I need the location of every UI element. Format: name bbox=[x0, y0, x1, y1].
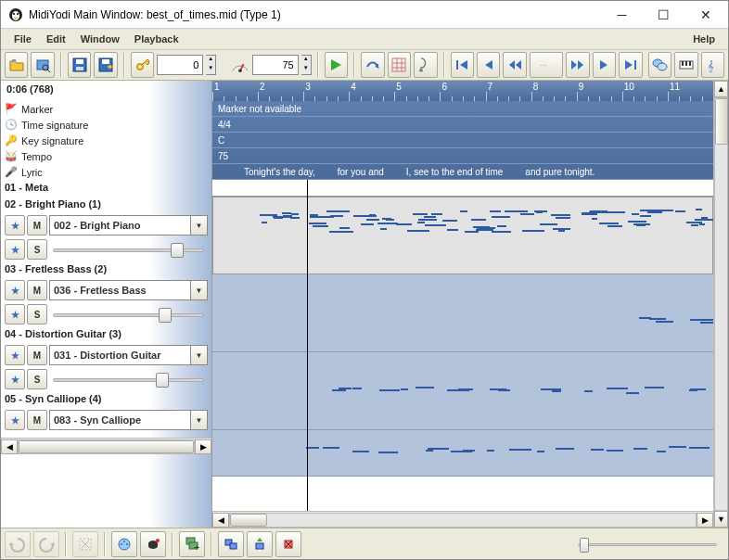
go-end-button[interactable] bbox=[619, 52, 642, 78]
track-header[interactable]: 05 - Syn Calliope (4) bbox=[1, 391, 211, 408]
favorite-button[interactable]: ★ bbox=[5, 215, 25, 235]
duplicate-track-button[interactable] bbox=[218, 531, 244, 557]
close-button[interactable]: ✕ bbox=[684, 1, 726, 28]
redo-button[interactable] bbox=[33, 531, 59, 557]
menu-playback[interactable]: Playback bbox=[127, 31, 186, 47]
timeline-pane: 1234567891011 Marker not available 4/4 C… bbox=[212, 81, 713, 528]
track-list-scrollbar[interactable]: ◀▶ bbox=[1, 438, 211, 454]
timesig-value: 4/4 bbox=[212, 117, 713, 133]
svg-point-35 bbox=[121, 543, 122, 545]
menu-window[interactable]: Window bbox=[73, 31, 127, 47]
svg-rect-44 bbox=[230, 543, 237, 549]
svg-text:+: + bbox=[194, 541, 199, 553]
chevron-down-icon[interactable]: ▼ bbox=[190, 281, 207, 299]
instrument-combo[interactable]: 031 - Distortion Guitar▼ bbox=[49, 345, 208, 365]
chat-button[interactable] bbox=[648, 52, 671, 78]
volume-slider[interactable] bbox=[53, 240, 204, 259]
instrument-combo[interactable]: 083 - Syn Calliope▼ bbox=[49, 410, 208, 430]
go-start-button[interactable] bbox=[451, 52, 474, 78]
toolbar: ▲▼ ▲▼ ⋯ 𝄞 bbox=[1, 50, 728, 81]
delete-button[interactable] bbox=[72, 531, 98, 557]
menu-file[interactable]: File bbox=[6, 31, 39, 47]
mute-button[interactable]: M bbox=[27, 410, 47, 430]
tempo-value: 75 bbox=[212, 148, 713, 164]
favorite-button[interactable]: ★ bbox=[5, 410, 25, 430]
tracks-canvas[interactable] bbox=[212, 180, 713, 511]
timesig-label: Time signature bbox=[21, 120, 88, 131]
transpose-spinner[interactable]: ▲▼ bbox=[206, 55, 216, 75]
solo-button[interactable]: S bbox=[27, 369, 47, 389]
app-icon bbox=[8, 7, 23, 22]
svg-point-39 bbox=[156, 539, 160, 542]
move-track-up-button[interactable] bbox=[247, 531, 273, 557]
mute-button[interactable]: M bbox=[27, 215, 47, 235]
record-button[interactable] bbox=[140, 531, 166, 557]
chevron-down-icon[interactable]: ▼ bbox=[190, 411, 207, 429]
instrument-combo[interactable]: 036 - Fretless Bass▼ bbox=[49, 280, 208, 300]
menu-help[interactable]: Help bbox=[685, 31, 723, 47]
solo-button[interactable]: S bbox=[27, 239, 47, 260]
play-button[interactable] bbox=[325, 52, 348, 78]
save-as-button[interactable] bbox=[94, 52, 117, 78]
svg-point-2 bbox=[13, 13, 15, 15]
mute-button[interactable]: M bbox=[27, 345, 47, 365]
timeline-h-scrollbar[interactable]: ◀▶ bbox=[212, 511, 713, 528]
step-forward-button[interactable] bbox=[593, 52, 616, 78]
add-track-button[interactable]: + bbox=[179, 531, 205, 557]
track-header[interactable]: 04 - Distortion Guitar (3) bbox=[1, 326, 211, 343]
svg-rect-29 bbox=[689, 61, 691, 66]
tempo-spinner[interactable]: ▲▼ bbox=[301, 55, 312, 75]
score-button[interactable] bbox=[414, 52, 437, 78]
volume-slider[interactable] bbox=[53, 305, 204, 324]
open-file-button[interactable] bbox=[5, 52, 28, 78]
midi-in-button[interactable] bbox=[111, 531, 137, 557]
minimize-button[interactable]: ─ bbox=[601, 1, 643, 28]
keyboard-button[interactable] bbox=[674, 52, 697, 78]
zoom-slider[interactable] bbox=[578, 536, 717, 553]
svg-text:⋯: ⋯ bbox=[540, 62, 546, 69]
remove-track-button[interactable] bbox=[275, 531, 301, 557]
svg-point-25 bbox=[658, 63, 667, 70]
forward-button[interactable] bbox=[566, 52, 589, 78]
examine-button[interactable] bbox=[31, 52, 54, 78]
favorite-button[interactable]: ★ bbox=[5, 239, 25, 260]
track-header[interactable]: 01 - Meta bbox=[1, 180, 211, 197]
svg-point-20 bbox=[419, 70, 423, 72]
favorite-button[interactable]: ★ bbox=[5, 280, 25, 300]
track-header[interactable]: 02 - Bright Piano (1) bbox=[1, 197, 211, 213]
transpose-input[interactable] bbox=[157, 55, 203, 75]
solo-button[interactable]: S bbox=[27, 304, 47, 325]
undo-button[interactable] bbox=[5, 531, 31, 557]
mute-button[interactable]: M bbox=[27, 280, 47, 300]
loop-button[interactable]: ⋯ bbox=[530, 52, 563, 78]
track-header[interactable]: 03 - Fretless Bass (2) bbox=[1, 261, 211, 278]
favorite-button[interactable]: ★ bbox=[5, 369, 25, 389]
chevron-down-icon[interactable]: ▼ bbox=[190, 346, 207, 364]
grid-button[interactable] bbox=[388, 52, 411, 78]
rewind-button[interactable] bbox=[503, 52, 526, 78]
step-back-button[interactable] bbox=[477, 52, 500, 78]
timeline-v-scrollbar[interactable]: ▲ ▼ bbox=[713, 81, 728, 528]
marker-label: Marker bbox=[21, 104, 53, 115]
key-button[interactable] bbox=[131, 52, 154, 78]
volume-slider[interactable] bbox=[53, 370, 204, 388]
instrument-combo[interactable]: 002 - Bright Piano▼ bbox=[49, 215, 208, 235]
chevron-down-icon[interactable]: ▼ bbox=[190, 216, 207, 235]
svg-point-36 bbox=[126, 543, 128, 545]
export-button[interactable] bbox=[361, 52, 384, 78]
maximize-button[interactable]: ☐ bbox=[643, 1, 684, 28]
svg-point-34 bbox=[119, 539, 130, 550]
tempo-input[interactable] bbox=[252, 55, 299, 75]
menubar: File Edit Window Playback Help bbox=[1, 29, 728, 50]
time-ruler[interactable]: 1234567891011 bbox=[212, 81, 713, 101]
titlebar: MidiYodi Main Window: best_of_times.mid … bbox=[1, 1, 728, 29]
keysig-value: C bbox=[212, 133, 713, 148]
clef-button[interactable]: 𝄞 bbox=[701, 52, 724, 78]
svg-point-37 bbox=[123, 541, 125, 542]
favorite-button[interactable]: ★ bbox=[5, 304, 25, 325]
favorite-button[interactable]: ★ bbox=[5, 345, 25, 365]
save-button[interactable] bbox=[68, 52, 91, 78]
marker-value: Marker not available bbox=[212, 101, 713, 117]
menu-edit[interactable]: Edit bbox=[39, 31, 73, 47]
playhead[interactable] bbox=[307, 180, 308, 511]
